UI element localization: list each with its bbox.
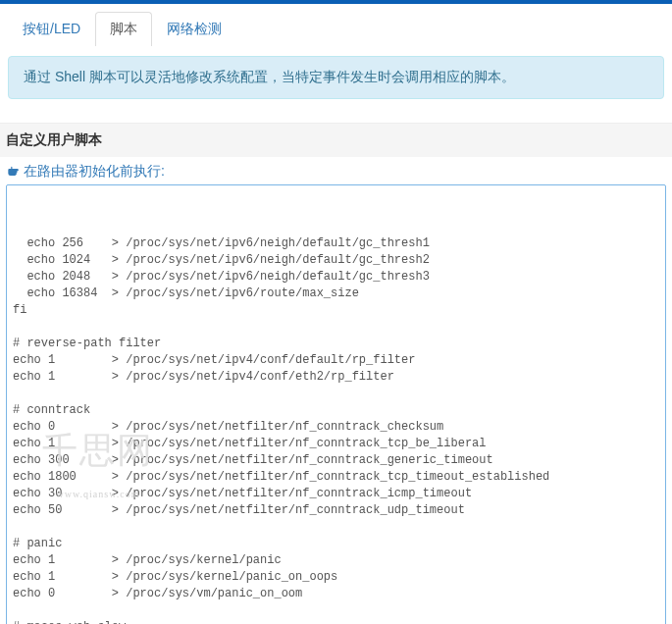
code-line: echo 1024 > /proc/sys/net/ipv6/neigh/def… <box>13 252 659 269</box>
code-line <box>13 602 659 619</box>
code-line: echo 0 > /proc/sys/net/netfilter/nf_conn… <box>13 419 659 436</box>
info-alert: 通过 Shell 脚本可以灵活地修改系统配置，当特定事件发生时会调用相应的脚本。 <box>8 56 664 99</box>
code-line: echo 300 > /proc/sys/net/netfilter/nf_co… <box>13 452 659 469</box>
tab-button-led[interactable]: 按钮/LED <box>8 12 95 46</box>
code-line: echo 1800 > /proc/sys/net/netfilter/nf_c… <box>13 469 659 486</box>
code-line: fi <box>13 302 659 319</box>
tabs: 按钮/LED 脚本 网络检测 <box>0 4 672 46</box>
code-line: echo 1 > /proc/sys/net/ipv4/conf/eth2/rp… <box>13 369 659 386</box>
code-line: echo 2048 > /proc/sys/net/ipv6/neigh/def… <box>13 269 659 286</box>
code-line: echo 1 > /proc/sys/kernel/panic_on_oops <box>13 569 659 586</box>
tab-network-detect[interactable]: 网络检测 <box>152 12 236 46</box>
code-line: echo 1 > /proc/sys/net/ipv4/conf/default… <box>13 352 659 369</box>
hand-point-right-icon <box>6 165 20 179</box>
code-line: # conntrack <box>13 402 659 419</box>
code-line: echo 50 > /proc/sys/net/netfilter/nf_con… <box>13 502 659 519</box>
code-line: echo 1 > /proc/sys/kernel/panic <box>13 552 659 569</box>
code-line: # reverse-path filter <box>13 336 659 352</box>
script-textarea[interactable]: 千思网 www.qiansw.com echo 256 > /proc/sys/… <box>6 184 666 624</box>
code-line: echo 256 > /proc/sys/net/ipv6/neigh/defa… <box>13 235 659 252</box>
content: 通过 Shell 脚本可以灵活地修改系统配置，当特定事件发生时会调用相应的脚本。 <box>0 46 672 123</box>
code-line <box>13 386 659 402</box>
code-line: # macos web slow <box>13 619 659 624</box>
section-title: 自定义用户脚本 <box>0 123 672 157</box>
code-line: echo 16384 > /proc/sys/net/ipv6/route/ma… <box>13 286 659 302</box>
code-line: echo 0 > /proc/sys/vm/panic_on_oom <box>13 586 659 602</box>
tab-script[interactable]: 脚本 <box>95 12 152 46</box>
script-label: 在路由器初始化前执行: <box>24 163 165 181</box>
code-line <box>13 319 659 336</box>
code-line: echo 30 > /proc/sys/net/netfilter/nf_con… <box>13 486 659 502</box>
script-panel: 在路由器初始化前执行: 千思网 www.qiansw.com echo 256 … <box>0 157 672 624</box>
script-label-row: 在路由器初始化前执行: <box>6 163 666 184</box>
code-line <box>13 519 659 536</box>
code-line: # panic <box>13 536 659 552</box>
code-line: echo 1 > /proc/sys/net/netfilter/nf_conn… <box>13 436 659 452</box>
